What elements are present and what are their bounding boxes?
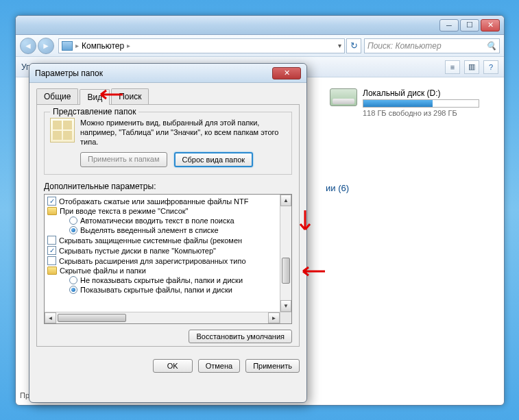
titlebar: ─ ☐ ✕ xyxy=(16,16,504,35)
tab-bar: Общие Вид Поиск xyxy=(36,88,300,105)
breadcrumb-root[interactable]: Компьютер xyxy=(82,41,124,51)
folder-views-group: Представление папок Можно применить вид,… xyxy=(44,112,292,175)
close-button[interactable]: ✕ xyxy=(481,19,500,32)
opt-hide-protected[interactable]: Скрывать защищенные системные файлы (рек… xyxy=(45,235,291,245)
search-icon: 🔍 xyxy=(486,41,496,51)
dialog-close-button[interactable]: ✕ xyxy=(272,67,301,79)
apply-button[interactable]: Применить xyxy=(245,359,300,373)
reset-folders-button[interactable]: Сброс вида папок xyxy=(174,152,254,167)
address-bar[interactable]: ▸ Компьютер ▸ ▾ xyxy=(58,38,345,53)
search-input[interactable]: Поиск: Компьютер 🔍 xyxy=(364,38,500,53)
disk-usage-bar xyxy=(363,99,479,108)
restore-defaults-button[interactable]: Восстановить умолчания xyxy=(189,330,292,343)
opt-list-typing: При вводе текста в режиме "Список" xyxy=(45,206,291,216)
opt-hidden-files: Скрытые файлы и папки xyxy=(45,266,291,275)
drive-icon xyxy=(330,88,357,106)
tree-vscrollbar[interactable]: ▲ ▼ xyxy=(280,195,291,312)
scroll-thumb[interactable] xyxy=(282,258,290,284)
scroll-down-icon[interactable]: ▼ xyxy=(280,300,291,312)
minimize-button[interactable]: ─ xyxy=(439,19,459,32)
opt-hide-empty-drives[interactable]: ✓Скрывать пустые диски в папке "Компьюте… xyxy=(45,245,291,256)
dialog-title: Параметры папок xyxy=(35,69,103,78)
opt-hide-extensions[interactable]: Скрывать расширения для зарегистрированн… xyxy=(45,256,291,266)
disk-item[interactable]: Локальный диск (D:) 118 ГБ свободно из 2… xyxy=(326,84,496,121)
scroll-corner xyxy=(280,312,291,323)
opt-dont-show-hidden[interactable]: Не показывать скрытые файлы, папки и дис… xyxy=(45,275,291,285)
preview-pane-button[interactable]: ▥ xyxy=(464,60,479,74)
maximize-button[interactable]: ☐ xyxy=(460,19,479,32)
dialog-buttons: OK Отмена Применить xyxy=(29,354,306,380)
cancel-button[interactable]: Отмена xyxy=(198,359,240,373)
apply-to-folders-button[interactable]: Применить к папкам xyxy=(80,152,167,167)
navbar: ◄ ► ▸ Компьютер ▸ ▾ ↻ Поиск: Компьютер 🔍 xyxy=(16,35,504,57)
hscroll-thumb[interactable] xyxy=(58,314,126,322)
tree-hscrollbar[interactable]: ◄ ► xyxy=(45,312,280,323)
dropdown-icon[interactable]: ▾ xyxy=(338,42,341,49)
tab-search[interactable]: Поиск xyxy=(111,88,149,104)
disk-name: Локальный диск (D:) xyxy=(363,88,479,98)
opt-auto-search[interactable]: Автоматически вводить текст в поле поиск… xyxy=(45,216,291,225)
forward-button[interactable]: ► xyxy=(38,38,54,54)
section-heading: ии (6) xyxy=(326,183,496,193)
folder-icon xyxy=(47,267,57,275)
folder-options-dialog: Параметры папок ✕ Общие Вид Поиск Предст… xyxy=(29,63,307,403)
opt-highlight-typed[interactable]: Выделять введенный элемент в списке xyxy=(45,225,291,235)
dialog-titlebar: Параметры папок ✕ xyxy=(29,64,306,83)
ok-button[interactable]: OK xyxy=(153,359,193,373)
tab-pane-view: Представление папок Можно применить вид,… xyxy=(36,105,300,347)
group-label: Представление папок xyxy=(50,107,138,116)
scroll-up-icon[interactable]: ▲ xyxy=(280,195,291,206)
breadcrumb-sep-icon: ▸ xyxy=(127,42,130,49)
breadcrumb-sep-icon: ▸ xyxy=(75,42,79,49)
advanced-label: Дополнительные параметры: xyxy=(44,182,292,191)
scroll-left-icon[interactable]: ◄ xyxy=(45,312,56,323)
folder-views-icon xyxy=(50,118,75,143)
scroll-right-icon[interactable]: ► xyxy=(268,312,280,323)
opt-show-hidden[interactable]: Показывать скрытые файлы, папки и диски xyxy=(45,285,291,295)
advanced-settings-tree[interactable]: ✓Отображать сжатые или зашифрованные фай… xyxy=(44,194,292,324)
tab-view[interactable]: Вид xyxy=(80,89,110,105)
back-button[interactable]: ◄ xyxy=(20,38,36,54)
opt-show-ntfs-color[interactable]: ✓Отображать сжатые или зашифрованные фай… xyxy=(45,196,291,206)
search-placeholder: Поиск: Компьютер xyxy=(367,41,442,51)
computer-icon xyxy=(62,41,73,51)
view-mode-button[interactable]: ≡ xyxy=(445,60,460,74)
refresh-button[interactable]: ↻ xyxy=(346,38,361,53)
group-description: Можно применить вид, выбранный для этой … xyxy=(80,118,286,147)
folder-icon xyxy=(47,207,57,215)
help-button[interactable]: ? xyxy=(483,60,498,74)
tab-general[interactable]: Общие xyxy=(36,88,78,104)
disk-free-text: 118 ГБ свободно из 298 ГБ xyxy=(363,109,479,117)
